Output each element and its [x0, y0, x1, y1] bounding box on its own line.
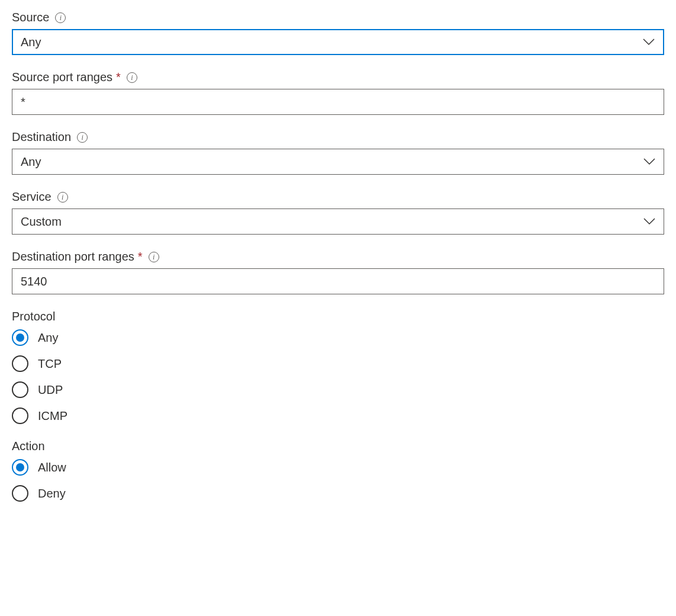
protocol-option-any[interactable]: Any: [12, 329, 664, 346]
radio-label: TCP: [38, 357, 62, 371]
destination-port-ranges-input[interactable]: [12, 268, 664, 294]
protocol-heading: Protocol: [12, 310, 664, 323]
radio-circle: [12, 408, 28, 424]
radio-circle: [12, 355, 28, 372]
destination-label-row: Destination i: [12, 130, 664, 144]
source-port-ranges-label: Source port ranges: [12, 70, 112, 84]
radio-circle: [12, 381, 28, 398]
protocol-option-tcp[interactable]: TCP: [12, 355, 664, 372]
radio-circle: [12, 329, 28, 346]
action-heading: Action: [12, 439, 664, 453]
action-field-group: Action AllowDeny: [12, 439, 664, 502]
service-label: Service: [12, 190, 51, 204]
info-icon[interactable]: i: [149, 252, 159, 262]
protocol-field-group: Protocol AnyTCPUDPICMP: [12, 310, 664, 424]
chevron-down-icon: [643, 158, 655, 165]
action-radio-group: AllowDeny: [12, 459, 664, 502]
source-dropdown[interactable]: Any: [12, 29, 664, 55]
source-field-group: Source i Any: [12, 11, 664, 55]
destination-dropdown[interactable]: Any: [12, 149, 664, 175]
source-port-ranges-label-row: Source port ranges * i: [12, 70, 664, 84]
info-icon[interactable]: i: [55, 12, 66, 23]
destination-port-ranges-field-group: Destination port ranges * i: [12, 250, 664, 294]
chevron-down-icon: [643, 218, 655, 225]
info-icon[interactable]: i: [57, 192, 68, 203]
destination-field-group: Destination i Any: [12, 130, 664, 175]
radio-circle: [12, 459, 28, 476]
protocol-option-icmp[interactable]: ICMP: [12, 408, 664, 424]
destination-port-ranges-label: Destination port ranges: [12, 250, 134, 264]
protocol-option-udp[interactable]: UDP: [12, 381, 664, 398]
radio-label: ICMP: [38, 409, 67, 423]
destination-dropdown-value: Any: [21, 155, 41, 169]
chevron-down-icon: [643, 38, 655, 46]
required-indicator: *: [116, 70, 121, 84]
radio-label: Deny: [38, 487, 66, 500]
source-label: Source: [12, 11, 49, 24]
service-label-row: Service i: [12, 190, 664, 204]
destination-label: Destination: [12, 130, 71, 144]
protocol-radio-group: AnyTCPUDPICMP: [12, 329, 664, 424]
destination-port-ranges-label-row: Destination port ranges * i: [12, 250, 664, 264]
source-port-ranges-field-group: Source port ranges * i: [12, 70, 664, 115]
action-option-allow[interactable]: Allow: [12, 459, 664, 476]
service-field-group: Service i Custom: [12, 190, 664, 235]
info-icon[interactable]: i: [77, 132, 88, 143]
service-dropdown[interactable]: Custom: [12, 208, 664, 235]
radio-label: UDP: [38, 383, 63, 397]
radio-circle: [12, 485, 28, 502]
radio-label: Any: [38, 331, 58, 345]
source-port-ranges-input[interactable]: [12, 89, 664, 115]
info-icon[interactable]: i: [127, 72, 137, 83]
radio-label: Allow: [38, 461, 66, 474]
required-indicator: *: [138, 250, 143, 264]
source-label-row: Source i: [12, 11, 664, 24]
service-dropdown-value: Custom: [21, 215, 62, 229]
source-dropdown-value: Any: [21, 36, 41, 49]
action-option-deny[interactable]: Deny: [12, 485, 664, 502]
